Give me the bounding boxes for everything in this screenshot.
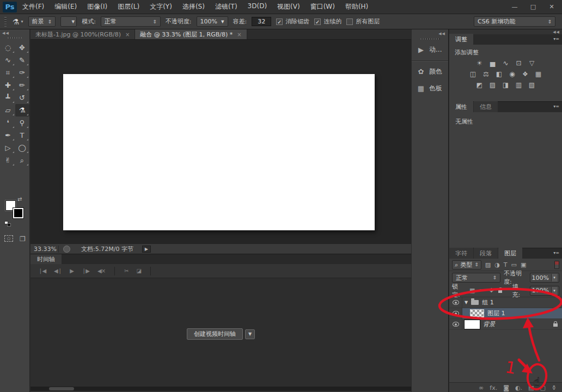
quick-mask-icon[interactable]: ○ [4,235,13,242]
layer-name[interactable]: 背景 [483,320,495,328]
close-icon[interactable]: × [237,32,241,38]
shape-layer-filter-icon[interactable]: ▭ [511,261,516,268]
panel-menu-icon[interactable]: ▾≡ [553,250,559,255]
dodge-tool[interactable]: ⚲ [15,117,29,129]
healing-brush-tool[interactable]: ✚ [1,79,15,91]
gradient-map-icon[interactable]: ▥ [514,81,523,89]
tab-info[interactable]: 信息 [474,101,498,112]
lasso-tool[interactable]: ∿ [1,54,15,66]
blur-tool[interactable]: ❛ [1,117,15,129]
fill-dropdown[interactable]: 100% ▾ [530,286,559,296]
photo-filter-icon[interactable]: ◉ [508,70,517,78]
dock-item-color[interactable]: ✿ 颜色 [412,63,448,80]
crop-tool[interactable]: ⌗ [1,66,15,79]
contiguous-option[interactable]: ✓ 连续的 [314,17,341,26]
type-tool[interactable]: T [15,129,29,142]
mute-audio-icon[interactable]: ◀× [97,268,105,274]
vibrance-icon[interactable]: ▽ [527,59,536,68]
all-layers-checkbox[interactable] [346,19,353,25]
tab-properties[interactable]: 属性 [449,101,473,112]
fill-source-dropdown[interactable]: 前景 ⇕ [28,16,56,27]
visibility-cell[interactable] [449,308,462,318]
eraser-tool[interactable]: ▱ [1,104,15,117]
layer-opacity-dropdown[interactable]: 100% ▾ [530,273,559,283]
curves-icon[interactable]: ∿ [501,59,510,68]
dock-item-actions[interactable]: ▶ 动... [412,41,448,58]
zoom-tool[interactable]: ⌕ [15,154,29,167]
contiguous-checkbox[interactable]: ✓ [314,19,321,25]
panel-menu-icon[interactable]: ▾≡ [553,104,559,109]
exposure-icon[interactable]: ⊡ [514,59,523,68]
smart-object-filter-icon[interactable]: ▣ [521,261,526,268]
pen-tool[interactable]: ✒ [1,129,15,142]
menu-help[interactable]: 帮助(H) [345,2,368,11]
visibility-cell[interactable] [449,319,462,329]
workspace-switcher[interactable]: CS6 新增功能 ⇕ [474,16,555,27]
document-tab-untitled[interactable]: 未标题-1.jpg @ 100%(RGB/8) × [30,29,135,39]
visibility-cell[interactable] [449,297,462,308]
paint-bucket-tool[interactable]: ⚗ [15,104,29,117]
type-layer-filter-icon[interactable]: T [504,261,508,268]
color-balance-icon[interactable]: ⚖ [481,70,491,78]
link-layers-icon[interactable]: ∞ [479,384,484,391]
opacity-dropdown[interactable]: 100% ▾ [197,16,228,27]
brightness-contrast-icon[interactable]: ☀ [475,59,484,68]
lock-position-icon[interactable]: ✥ [489,287,494,294]
move-tool[interactable]: ✥ [15,41,29,54]
collapse-panels-icon[interactable]: ◀◀ [553,30,560,34]
close-button[interactable]: ✕ [548,3,555,10]
antialias-checkbox[interactable]: ✓ [276,19,283,25]
layer-style-icon[interactable]: fx. [490,384,497,391]
layer-blend-mode-dropdown[interactable]: 正常 ⇕ [452,273,500,283]
close-icon[interactable]: × [125,32,130,38]
scrollbar-thumb[interactable] [49,387,74,390]
menu-window[interactable]: 窗口(W) [310,2,335,11]
black-white-icon[interactable]: ◧ [494,70,504,78]
zoom-level-field[interactable]: 33.33% [30,246,59,253]
new-layer-icon[interactable]: ▢ [540,384,545,391]
play-icon[interactable]: ▶ [70,268,74,274]
new-adjustment-layer-icon[interactable]: ◐. [515,384,522,391]
delete-layer-icon[interactable]: ⚱ [552,384,557,391]
group-expander-icon[interactable]: ▼ [465,300,468,305]
tool-preset-picker[interactable]: ⚗ ▾ [13,17,23,26]
background-color-swatch[interactable] [13,208,23,218]
color-lookup-icon[interactable]: ▦ [534,70,543,78]
brush-tool[interactable]: ✏ [15,79,29,91]
dock-item-swatches[interactable]: ▦ 色板 [412,80,448,97]
levels-icon[interactable]: ▅ [488,59,497,68]
adjustment-layer-filter-icon[interactable]: ◑ [494,261,500,268]
default-colors-icon[interactable] [4,221,11,226]
hue-saturation-icon[interactable]: ◫ [468,70,478,78]
selective-color-icon[interactable]: ▧ [527,81,536,89]
eyedropper-tool[interactable]: ✑ [15,66,29,79]
tab-character[interactable]: 字符 [449,248,473,259]
menu-type[interactable]: 文字(Y) [150,2,172,11]
transition-icon[interactable]: ◪ [136,268,140,274]
new-group-icon[interactable]: ▤ [528,384,534,391]
menu-file[interactable]: 文件(F) [22,2,44,11]
collapse-dock-icon[interactable]: ◀◀ [438,32,445,36]
filter-toggle-switch[interactable] [554,261,559,269]
antialias-option[interactable]: ✓ 消除锯齿 [276,17,309,26]
first-frame-icon[interactable]: ❘◀ [38,268,46,274]
pattern-picker[interactable]: ▾ [60,16,77,27]
tab-adjustments[interactable]: 调整 [449,34,473,45]
tolerance-input[interactable] [252,17,271,26]
quick-selection-tool[interactable]: ✎ [15,54,29,66]
blend-mode-dropdown[interactable]: 正常 ⇕ [101,16,161,27]
lock-all-icon[interactable] [498,290,503,293]
menu-layer[interactable]: 图层(L) [118,2,139,11]
tab-layers[interactable]: 图层 [498,248,522,259]
timeline-type-dropdown[interactable]: ▼ [245,329,255,339]
create-video-timeline-button[interactable]: 创建视频时间轴 [187,328,243,340]
screen-mode-icon[interactable]: ❐ [20,235,26,243]
elliptical-marquee-tool[interactable]: ◌ [1,41,15,54]
menu-select[interactable]: 选择(S) [182,2,205,11]
menu-image[interactable]: 图像(I) [87,2,107,11]
split-clip-icon[interactable]: ✂ [124,268,128,274]
next-frame-icon[interactable]: ❘▶ [82,268,89,274]
panel-grip[interactable] [8,37,22,39]
layer-name[interactable]: 图层 1 [487,309,505,317]
all-layers-option[interactable]: 所有图层 [346,17,380,26]
